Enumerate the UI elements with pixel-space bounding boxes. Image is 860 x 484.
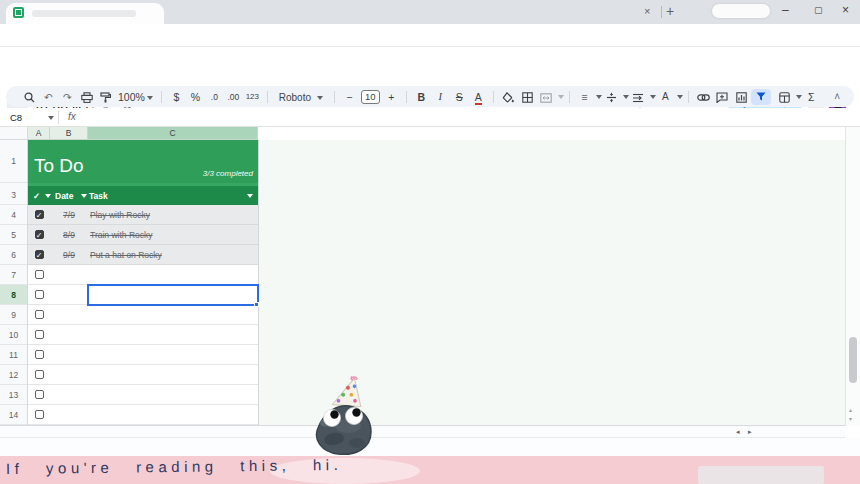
number-format-button[interactable]: 123 [243,92,262,101]
row-header-13[interactable]: 13 [0,385,27,405]
task-row[interactable] [28,365,258,385]
decrease-font-size-button[interactable]: − [340,91,359,103]
checkbox-cell[interactable]: ✓ [28,210,50,219]
decrease-decimal-button[interactable]: .0 [205,92,224,102]
font-select[interactable]: Roboto [273,91,329,103]
table-views-icon[interactable] [775,90,794,103]
italic-button[interactable]: I [431,91,450,102]
window-close-button[interactable]: × [842,3,849,17]
redo-icon[interactable]: ↷ [58,91,77,103]
checkbox-checked[interactable]: ✓ [35,230,44,239]
date-filter-caret-icon[interactable] [81,194,87,198]
formula-input[interactable] [90,111,830,124]
window-maximize-button[interactable]: ▢ [814,5,823,15]
row-header-10[interactable]: 10 [0,325,27,345]
checkbox-unchecked[interactable] [35,270,44,279]
task-row[interactable] [28,325,258,345]
vertical-scrollbar-thumb[interactable] [849,337,857,383]
horizontal-scrollbar[interactable]: ◂ ▸ [0,426,845,438]
row-header-7[interactable]: 7 [0,265,27,285]
vertical-align-icon[interactable] [602,90,621,103]
zoom-select[interactable]: 100% [115,91,156,103]
select-all-corner[interactable] [0,127,28,140]
increase-decimal-button[interactable]: .00 [224,92,243,102]
row-header-8[interactable]: 8 [0,285,27,305]
print-icon[interactable] [77,90,96,103]
increase-font-size-button[interactable]: + [382,91,401,103]
vertical-scrollbar[interactable]: ▴ ▾ [845,127,860,426]
checkbox-unchecked[interactable] [35,390,44,399]
check-filter-caret-icon[interactable] [45,194,51,198]
new-tab-button[interactable]: + [666,3,674,19]
task-row[interactable] [28,345,258,365]
functions-icon[interactable]: Σ [802,91,821,103]
text-rotation-icon[interactable]: A [656,91,675,102]
text-wrap-icon[interactable] [629,90,648,102]
checkbox-checked[interactable]: ✓ [35,210,44,219]
text-color-button[interactable]: A [469,91,488,103]
date-cell[interactable]: 7/9 [50,210,88,220]
checkbox-unchecked[interactable] [35,310,44,319]
paint-format-icon[interactable] [96,90,115,103]
row-header-6[interactable]: 6 [0,245,27,265]
task-row[interactable]: ✓9/9Put a hat on Rocky [28,245,258,265]
task-row[interactable] [28,385,258,405]
checkbox-cell[interactable] [28,310,50,319]
format-percent-button[interactable]: % [186,91,205,103]
name-box[interactable]: C8 [10,112,22,123]
checkbox-unchecked[interactable] [35,350,44,359]
strikethrough-button[interactable]: S [450,91,469,103]
task-cell[interactable]: Play with Rocky [88,210,258,220]
fill-handle[interactable] [254,302,259,307]
checkbox-cell[interactable] [28,390,50,399]
date-cell[interactable]: 9/9 [50,250,88,260]
bold-button[interactable]: B [412,91,431,103]
row-header-11[interactable]: 11 [0,345,27,365]
checkbox-unchecked[interactable] [35,290,44,299]
row-header-12[interactable]: 12 [0,365,27,385]
insert-link-icon[interactable] [694,91,713,103]
task-cell[interactable]: Put a hat on Rocky [88,250,258,260]
checkbox-cell[interactable]: ✓ [28,250,50,259]
create-filter-button-active[interactable] [751,89,771,105]
task-row[interactable]: ✓8/9Train with Rocky [28,225,258,245]
row-header-1[interactable]: 1 [0,140,27,183]
scroll-down-icon[interactable]: ▾ [849,415,852,422]
row-header-14[interactable]: 14 [0,405,27,425]
task-row[interactable]: ✓7/9Play with Rocky [28,205,258,225]
checkbox-cell[interactable] [28,350,50,359]
scroll-right-icon[interactable]: ▸ [748,428,752,436]
checkbox-unchecked[interactable] [35,410,44,419]
browser-tab[interactable] [6,3,164,24]
checkbox-cell[interactable] [28,370,50,379]
tab-close-icon[interactable]: × [644,5,650,17]
checkbox-checked[interactable]: ✓ [35,250,44,259]
row-header-4[interactable]: 4 [0,205,27,225]
horizontal-align-icon[interactable]: ≡ [575,91,594,103]
checkbox-cell[interactable] [28,330,50,339]
column-header-b[interactable]: B [50,127,88,140]
format-currency-button[interactable]: $ [167,91,186,103]
date-cell[interactable]: 8/9 [50,230,88,240]
insert-comment-icon[interactable] [713,90,732,103]
undo-icon[interactable]: ↶ [39,91,58,103]
window-minimize-button[interactable]: – [782,3,789,17]
insert-chart-icon[interactable] [732,90,751,103]
todo-title-banner[interactable]: To Do 3/3 completed [28,140,258,183]
checkbox-cell[interactable] [28,270,50,279]
name-box-caret-icon[interactable] [48,116,54,120]
task-cell[interactable]: Train with Rocky [88,230,258,240]
checkbox-cell[interactable] [28,290,50,299]
checkbox-unchecked[interactable] [35,330,44,339]
collapse-toolbar-icon[interactable]: ˄ [834,91,840,102]
table-header-row[interactable]: ✓ Date Task [28,186,258,205]
selected-cell-c8[interactable] [87,284,259,306]
task-filter-caret-icon[interactable] [247,194,253,198]
row-header-9[interactable]: 9 [0,305,27,325]
scroll-left-icon[interactable]: ◂ [736,428,740,436]
column-header-c[interactable]: C [88,127,258,140]
text-rotation-caret-icon[interactable] [677,95,683,99]
checkbox-cell[interactable] [28,410,50,419]
scroll-up-icon[interactable]: ▴ [849,406,852,413]
checkbox-unchecked[interactable] [35,370,44,379]
